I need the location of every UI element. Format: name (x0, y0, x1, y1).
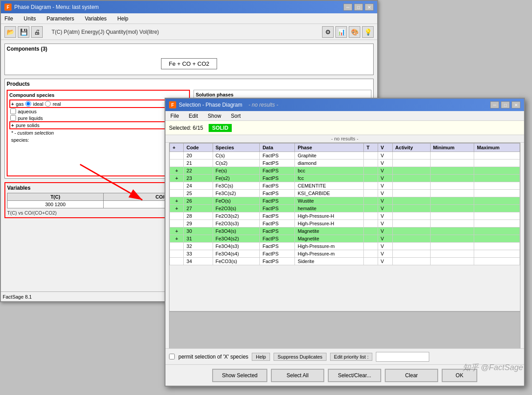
permit-checkbox[interactable] (169, 354, 175, 359)
table-row[interactable]: 21C(s2)FactPSdiamondV (170, 160, 520, 167)
real-radio[interactable] (45, 101, 51, 107)
main-title-bar: F Phase Diagram - Menu: last system ─ □ … (1, 1, 377, 13)
table-row[interactable]: +27Fe2O3(s)FactPShematiteV (170, 205, 520, 212)
formula-box: Fe + CO + CO2 (161, 58, 217, 69)
var-header-tc: T(C) (8, 193, 104, 201)
dialog-menu-file[interactable]: File (169, 112, 180, 120)
table-row[interactable]: 20C(s)FactPSGraphiteV (170, 152, 520, 160)
toolbar-label: T(C) P(atm) Energy(J) Quantity(mol) Vol(… (52, 29, 159, 35)
table-row[interactable]: 28Fe2O3(s2)FactPSHigh-Pressure-HV (170, 212, 520, 220)
species-label: species: (11, 137, 29, 143)
dialog-menu-show[interactable]: Show (206, 112, 222, 120)
edit-priority-button[interactable]: Edit priority list : (330, 353, 373, 361)
dialog-app-icon: F (169, 101, 176, 108)
aqueous-row: aqueous 0 (9, 108, 187, 115)
ideal-label: ideal (33, 101, 43, 107)
menu-file[interactable]: File (3, 15, 15, 23)
col-header-v[interactable]: V (378, 144, 392, 152)
table-row[interactable]: 33Fe3O4(s4)FactPSHigh-Pressure-mV (170, 250, 520, 258)
menu-variables[interactable]: Variables (83, 15, 109, 23)
solution-phases-title: Solution phases (196, 92, 369, 97)
priority-input[interactable] (376, 352, 429, 362)
products-title: Products (7, 81, 371, 87)
real-label: real (52, 101, 60, 107)
var-value-tc[interactable]: 300 1200 (8, 201, 104, 208)
app-icon: F (4, 4, 12, 11)
table-row[interactable]: 24Fe3C(s)FactPSCEMENTITEV (170, 182, 520, 190)
col-header-activity[interactable]: Activity (392, 144, 430, 152)
table-row[interactable]: +23Fe(s2)FactPSfccV (170, 175, 520, 182)
show-selected-button[interactable]: Show Selected (212, 369, 267, 382)
config-button[interactable]: ⚙ (322, 26, 334, 38)
ideal-radio[interactable] (25, 101, 31, 107)
suppress-duplicates-button[interactable]: Suppress Duplicates (274, 353, 326, 361)
select-all-button[interactable]: Select All (271, 369, 324, 382)
col-header-phase[interactable]: Phase (295, 144, 364, 152)
compound-species-box: Compound species + gas ideal real 15 (7, 90, 190, 176)
close-button[interactable]: ✕ (365, 4, 374, 11)
pure-liquids-label: pure liquids (18, 116, 43, 121)
no-results-text: - no results - (331, 136, 358, 141)
col-header-data[interactable]: Data (260, 144, 295, 152)
table-row[interactable]: +26FeO(s)FactPSWustiteV (170, 197, 520, 205)
table-row[interactable]: +31Fe3O4(s2)FactPSMagnetiteV (170, 235, 520, 243)
dialog-info-bar: Selected: 6/15 SOLID (165, 121, 524, 135)
col-header-code[interactable]: Code (184, 144, 213, 152)
main-toolbar: 📂 💾 🖨 T(C) P(atm) Energy(J) Quantity(mol… (1, 24, 377, 40)
table-row[interactable]: 34FeCO3(s)FactPSSideriteV (170, 258, 520, 265)
compound-species-title: Compound species (9, 92, 187, 98)
selection-dialog: F Selection - Phase Diagram - no results… (165, 98, 525, 387)
clear-button[interactable]: Clear (385, 369, 438, 382)
dialog-title-bar: F Selection - Phase Diagram - no results… (165, 99, 524, 111)
aqueous-checkbox[interactable] (10, 108, 16, 114)
col-header-species[interactable]: Species (213, 144, 260, 152)
main-window-title: Phase Diagram - Menu: last system (14, 4, 99, 10)
help-button-bottom[interactable]: Help (252, 353, 270, 361)
custom-selection-label: * - custom selection (9, 129, 187, 136)
col-header-plus[interactable]: + (170, 144, 184, 152)
menu-parameters[interactable]: Parameters (45, 15, 76, 23)
table-row[interactable]: 29Fe2O3(s3)FactPSHigh-Pressure-HV (170, 220, 520, 227)
dialog-close-button[interactable]: ✕ (512, 101, 520, 108)
solid-badge: SOLID (209, 124, 232, 132)
col-header-minimum[interactable]: Minimum (430, 144, 474, 152)
gas-row: + gas ideal real 15 (9, 100, 187, 108)
menu-units[interactable]: Units (22, 15, 37, 23)
calc-button[interactable]: 💡 (362, 26, 374, 38)
table-row[interactable]: 32Fe3O4(s3)FactPSHigh-Pressure-mV (170, 243, 520, 250)
components-formula-area: Fe + CO + CO2 (7, 55, 371, 73)
dialog-minimize-button[interactable]: ─ (490, 101, 499, 108)
components-title: Components (3) (7, 46, 371, 52)
pure-liquids-checkbox[interactable] (10, 115, 16, 121)
open-button[interactable]: 📂 (4, 26, 16, 38)
table-row[interactable]: 25Fe3C(s2)FactPSKSI_CARBIDEV (170, 190, 520, 197)
pure-solids-label: pure solids (16, 123, 39, 128)
table-row[interactable]: +22Fe(s)FactPSbccV (170, 167, 520, 175)
watermark: 知乎 @FactSage (463, 362, 523, 373)
minimize-button[interactable]: ─ (343, 4, 352, 11)
print-button[interactable]: 🖨 (31, 26, 43, 38)
aqueous-label: aqueous (18, 109, 36, 114)
maximize-button[interactable]: □ (354, 4, 363, 11)
plus-solids-icon: + (11, 123, 14, 128)
components-section: Components (3) Fe + CO + CO2 (4, 44, 374, 75)
col-header-maximum[interactable]: Maximum (474, 144, 520, 152)
dialog-menu-edit[interactable]: Edit (187, 112, 199, 120)
menu-help[interactable]: Help (116, 15, 130, 23)
dialog-title: Selection - Phase Diagram (179, 102, 242, 108)
table-row[interactable]: +30Fe3O4(s)FactPSMagnetiteV (170, 227, 520, 235)
dialog-maximize-button[interactable]: □ (501, 101, 510, 108)
color-button[interactable]: 🎨 (349, 26, 360, 38)
dialog-menu-sort[interactable]: Sort (230, 112, 242, 120)
dialog-menu: File Edit Show Sort (165, 111, 524, 121)
species-table: + Code Species Data Phase T V Activity M… (169, 143, 520, 265)
plot-button[interactable]: 📊 (335, 26, 347, 38)
data-table-container[interactable]: + Code Species Data Phase T V Activity M… (169, 143, 520, 311)
status-text: FactSage 8.1 (3, 294, 32, 299)
select-clear-button[interactable]: Select/Clear... (328, 369, 381, 382)
save-button[interactable]: 💾 (18, 26, 29, 38)
no-results-bar: - no results - (165, 135, 524, 143)
main-menu-bar: File Units Parameters Variables Help (1, 13, 377, 24)
pure-solids-row: + pure solids 6 (9, 121, 187, 129)
col-header-t[interactable]: T (364, 144, 378, 152)
